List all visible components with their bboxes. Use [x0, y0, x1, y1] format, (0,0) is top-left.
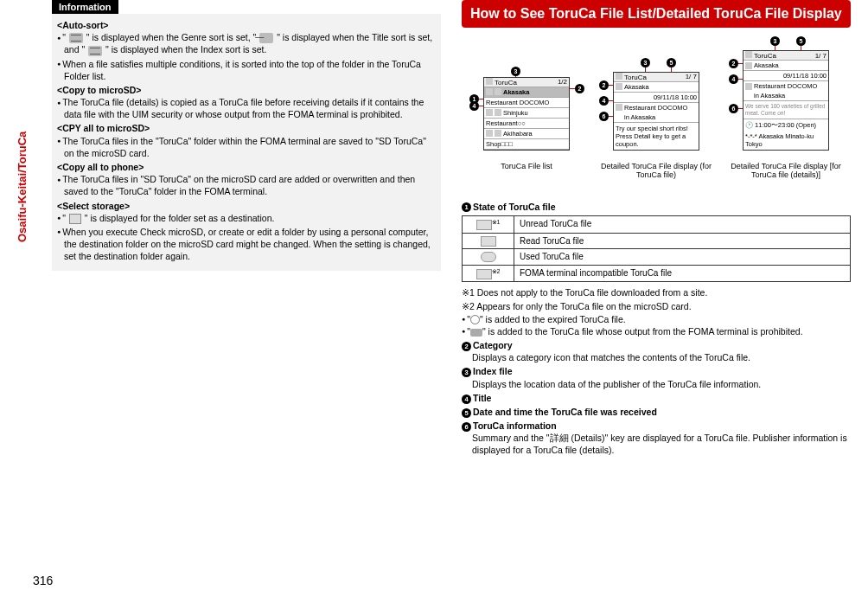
title-head: Title	[473, 393, 491, 403]
sidebar-chapter: Osaifu-Keitai/ToruCa	[16, 132, 29, 242]
list-item: Restaurant DOCOMO	[486, 99, 549, 106]
list-item: Shinjuku	[503, 109, 528, 117]
leader	[570, 88, 575, 89]
caption-1: ToruCa File list	[470, 162, 583, 171]
marker-6-icon: 6	[729, 104, 738, 113]
copy-sd-head: <Copy to microSD>	[57, 84, 436, 96]
screenshot-row: 1 3 2 4 ToruCa 1/2 Akasaka Restaurant DO…	[462, 35, 851, 151]
summary: Try our special short ribs! Press Detail…	[614, 123, 699, 150]
note: ※1	[492, 219, 501, 225]
prohibited-note: "" is added to the ToruCa file whose out…	[462, 325, 851, 337]
cell: Unread ToruCa file	[514, 215, 851, 233]
idx-head: Index file	[473, 366, 513, 376]
bullet-1-icon: 1	[462, 202, 471, 212]
select-storage-p2: When you execute Check microSD, or creat…	[57, 226, 436, 263]
phone-list: ToruCa 1/2 Akasaka Restaurant DOCOMO Shi…	[483, 77, 570, 151]
info-head: ToruCa information	[473, 420, 557, 431]
state-table: ※1Unread ToruCa file Read ToruCa file Us…	[462, 215, 851, 283]
idx-body: Displays the location data of the publis…	[462, 378, 851, 390]
text: "	[62, 32, 66, 42]
index: Akasaka	[624, 83, 649, 91]
auto-sort-p2: When a file satisfies multiple condition…	[57, 58, 436, 82]
phone-title: ToruCa	[745, 51, 776, 60]
cell: Read ToruCa file	[514, 233, 851, 249]
cell: Used ToruCa file	[514, 249, 851, 266]
cat-head: Category	[473, 340, 513, 350]
marker-2-icon: 2	[729, 59, 738, 68]
info-body: Summary and the "詳細 (Details)" key are d…	[462, 432, 851, 456]
cpy-all-p1: The ToruCa files in the "ToruCa" folder …	[57, 135, 436, 159]
date: 09/11/18 10:00	[783, 72, 827, 80]
marker-6-icon: 6	[599, 112, 609, 121]
phone-detail-2: ToruCa 1/ 7 Akasaka 09/11/18 10:00 Resta…	[743, 50, 829, 151]
section-header: How to See ToruCa File List/Detailed Tor…	[462, 0, 851, 28]
title: Restaurant DOCOMO	[754, 82, 817, 90]
marker-4-icon: 4	[599, 96, 609, 106]
footnote: ※2 Appears for only the ToruCa file on t…	[462, 300, 851, 312]
marker-2-icon: 2	[599, 80, 609, 90]
footnote: ※1 Does not apply to the ToruCa file dow…	[462, 286, 851, 298]
marker-2-icon: 2	[575, 84, 584, 93]
copy-phone-p1: The ToruCa files in "SD ToruCa" on the m…	[57, 173, 436, 197]
marker-3-icon: 3	[641, 58, 650, 67]
auto-sort-head: <Auto-sort>	[57, 19, 436, 31]
index-sort-icon	[88, 46, 102, 56]
marker-5-icon: 5	[796, 36, 806, 46]
table-row: Read ToruCa file	[463, 233, 851, 249]
used-icon	[481, 252, 496, 262]
title-sort-icon	[259, 33, 273, 43]
page-number: 316	[33, 574, 53, 587]
bullet-4-icon: 4	[462, 395, 471, 404]
table-row: ※1Unread ToruCa file	[463, 215, 851, 233]
marker-3-icon: 3	[511, 67, 520, 76]
phone-title: ToruCa	[616, 73, 647, 81]
sd-folder-icon	[69, 214, 81, 224]
information-body: <Auto-sort> " " is displayed when the Ge…	[52, 14, 441, 271]
summary: We serve 100 varieties of grilled meat. …	[744, 101, 828, 119]
list-item: Akihabara	[503, 130, 533, 138]
text: " is displayed when the Genre sort is se…	[86, 32, 257, 42]
table-row: Used ToruCa file	[463, 249, 851, 266]
auto-sort-p1: " " is displayed when the Genre sort is …	[57, 31, 436, 55]
list-item: Shop□□□	[486, 140, 513, 148]
clock-icon	[470, 315, 480, 324]
text: " is added to the ToruCa file whose outp…	[482, 326, 803, 337]
bullet-3-icon: 3	[462, 368, 471, 377]
marker-5-icon: 5	[667, 58, 676, 67]
address: *-*-* Akasaka Minato-ku Tokyo	[744, 131, 828, 150]
list-item: Restaurant○○	[486, 119, 526, 127]
text: " is added to the expired ToruCa file.	[480, 314, 626, 324]
genre-sort-icon	[69, 33, 83, 43]
copy-phone-head: <Copy all to phone>	[57, 161, 436, 173]
table-row: ※2FOMA terminal incompatible ToruCa file	[463, 265, 851, 282]
phone-count: 1/2	[558, 78, 567, 86]
bullet-2-icon: 2	[462, 342, 471, 351]
date: 09/11/18 10:00	[654, 93, 697, 101]
hours: 🕐 11:00〜23:00 (Open)	[744, 119, 828, 131]
phone-detail-1: ToruCa 1/ 7 Akasaka 09/11/18 10:00 Resta…	[613, 72, 699, 151]
text: " is displayed for the folder set as a d…	[85, 213, 275, 223]
incompat-icon	[476, 269, 492, 279]
select-storage-head: <Select storage>	[57, 200, 436, 212]
lock-out-icon	[470, 329, 482, 337]
title: Restaurant DOCOMO	[624, 104, 687, 112]
bullet-5-icon: 5	[462, 408, 471, 418]
phone-title: ToruCa	[486, 78, 517, 87]
text: "	[62, 213, 66, 223]
list-item: Akasaka	[503, 88, 529, 96]
title: in Akasaka	[754, 92, 785, 99]
dt-head: Date and time the ToruCa file was receiv…	[473, 407, 657, 417]
note: ※2	[492, 268, 501, 274]
content-block: 1State of ToruCa file ※1Unread ToruCa fi…	[462, 201, 851, 457]
state-head: State of ToruCa file	[473, 202, 555, 212]
caption-3: Detailed ToruCa File display [for ToruCa…	[730, 162, 842, 181]
marker-4-icon: 4	[469, 101, 479, 111]
select-storage-p1: " " is displayed for the folder set as a…	[57, 212, 436, 224]
copy-sd-p1: The ToruCa file (details) is copied as a…	[57, 96, 436, 120]
information-tab: Information	[52, 0, 118, 14]
phone-count: 1/ 7	[686, 73, 697, 80]
bullet-6-icon: 6	[462, 422, 471, 432]
index: Akasaka	[754, 61, 779, 69]
unread-icon	[476, 220, 492, 230]
right-column: How to See ToruCa File List/Detailed Tor…	[462, 0, 851, 459]
